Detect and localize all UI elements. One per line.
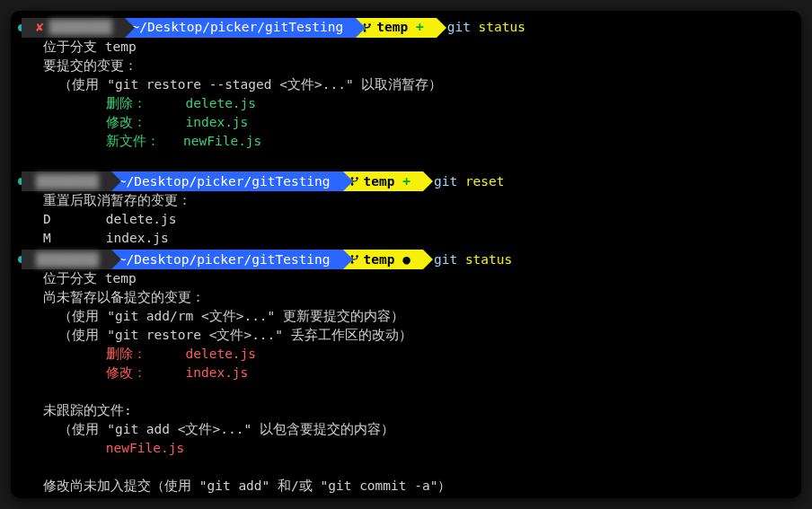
file-name: index.js [146,115,249,129]
file-name: delete.js [146,347,256,361]
command-arg: reset [465,172,505,191]
path-text: ~/Desktop/picker/gitTesting [132,18,344,37]
terminal-window[interactable]: ✘ ████████ ~/Desktop/picker/gitTesting t… [11,11,801,498]
blank-line [18,458,794,477]
path-segment: ~/Desktop/picker/gitTesting [104,250,343,269]
blank-line [18,151,794,170]
file-name: newFile.js [160,134,262,148]
prompt-row-3: ████████ ~/Desktop/picker/gitTesting tem… [18,250,794,269]
host-name: ████████ [36,172,99,191]
prompt-row-2: ████████ ~/Desktop/picker/gitTesting tem… [18,171,794,191]
branch-suffix-icon: ● [402,250,410,269]
output-line: 修改尚未加入提交（使用 "git add" 和/或 "git commit -a… [18,477,794,496]
output-line: newFile.js [18,439,794,458]
output-line: 位于分支 temp [18,269,794,288]
prompt-row-1: ✘ ████████ ~/Desktop/picker/gitTesting t… [18,18,794,38]
command-git: git [434,172,457,191]
path-text: ~/Desktop/picker/gitTesting [119,250,331,269]
branch-name: temp [364,172,395,191]
output-line: 位于分支 temp [18,38,794,57]
output-line: 重置后取消暂存的变更： [18,191,794,210]
output-line: 未跟踪的文件: [18,401,794,420]
branch-name: temp [364,250,395,269]
output-line: （使用 "git add/rm <文件>..." 更新要提交的内容） [18,307,794,326]
output-line: 新文件： newFile.js [18,132,794,151]
output-line: （使用 "git add <文件>..." 以包含要提交的内容） [18,420,794,439]
output-line: 要提交的变更： [18,57,794,75]
status-label: 删除： [43,96,146,110]
output-line: 修改： index.js [18,364,794,382]
status-label: 修改： [43,365,146,380]
path-segment: ~/Desktop/picker/gitTesting [104,171,343,191]
output-line: D delete.js [18,210,794,229]
file-name: delete.js [146,96,256,110]
path-segment: ~/Desktop/picker/gitTesting [118,18,357,38]
output-line: 删除： delete.js [18,345,794,364]
status-label: 新文件： [43,134,160,148]
command-git: git [447,18,471,37]
host-segment: ✘ ████████ [22,18,125,38]
branch-suffix-icon: + [416,18,424,37]
svg-point-4 [356,255,358,258]
status-label: 删除： [43,347,146,361]
host-name: ████████ [36,250,99,269]
command-arg: status [465,250,512,269]
output-line: （使用 "git restore --staged <文件>..." 以取消暂存… [18,75,794,94]
output-line: 尚未暂存以备提交的变更： [18,288,794,307]
host-segment: ████████ [22,250,111,269]
x-icon: ✘ [36,18,44,37]
output-line: 删除： delete.js [18,94,794,113]
output-line: 修改： index.js [18,113,794,132]
branch-name: temp [376,18,408,37]
blank-line [18,382,794,401]
output-line: M index.js [18,229,794,248]
host-name: ████████ [49,18,112,37]
path-text: ~/Desktop/picker/gitTesting [119,172,331,191]
svg-point-1 [356,177,358,180]
output-line: （使用 "git restore <文件>..." 丢弃工作区的改动） [18,326,794,345]
branch-suffix-icon: + [402,172,410,191]
file-name: index.js [146,365,249,380]
command-git: git [434,250,457,269]
status-label: 修改： [43,115,146,129]
command-arg: status [479,18,525,37]
host-segment: ████████ [22,171,111,191]
